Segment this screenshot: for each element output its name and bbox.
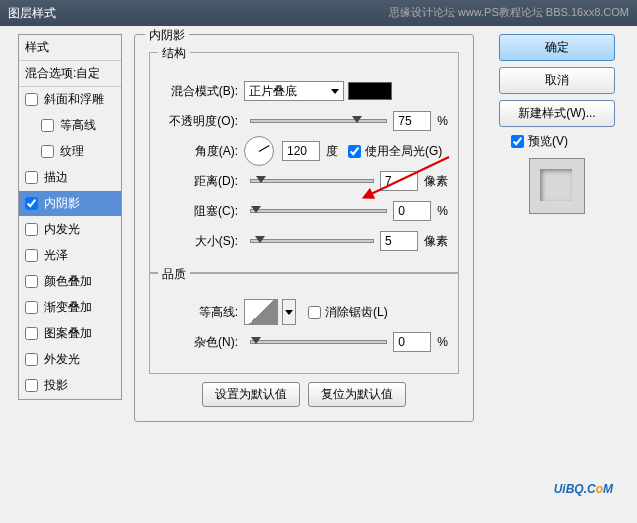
style-label: 投影 bbox=[44, 377, 68, 394]
blending-options[interactable]: 混合选项:自定 bbox=[19, 61, 121, 87]
choke-label: 阻塞(C): bbox=[160, 203, 244, 220]
opacity-input[interactable] bbox=[393, 111, 431, 131]
style-checkbox[interactable] bbox=[25, 379, 38, 392]
shadow-color-swatch[interactable] bbox=[348, 82, 392, 100]
contour-row: 等高线: 消除锯齿(L) bbox=[160, 301, 448, 323]
style-label: 内阴影 bbox=[44, 195, 80, 212]
style-item-1[interactable]: 等高线 bbox=[19, 113, 121, 139]
structure-group: 结构 混合模式(B): 正片叠底 不透明度(O): % bbox=[149, 52, 459, 273]
distance-unit: 像素 bbox=[424, 173, 448, 190]
contour-dropdown[interactable] bbox=[282, 299, 296, 325]
distance-label: 距离(D): bbox=[160, 173, 244, 190]
global-light-label: 使用全局光(G) bbox=[365, 143, 442, 160]
style-checkbox[interactable] bbox=[25, 197, 38, 210]
style-item-9[interactable]: 图案叠加 bbox=[19, 321, 121, 347]
cancel-button[interactable]: 取消 bbox=[499, 67, 615, 94]
angle-row: 角度(A): 度 使用全局光(G) bbox=[160, 140, 448, 162]
angle-dial[interactable] bbox=[244, 136, 274, 166]
style-label: 颜色叠加 bbox=[44, 273, 92, 290]
styles-list: 样式 混合选项:自定 斜面和浮雕等高线纹理描边内阴影内发光光泽颜色叠加渐变叠加图… bbox=[18, 34, 122, 400]
opacity-unit: % bbox=[437, 114, 448, 128]
choke-slider[interactable] bbox=[250, 209, 387, 213]
preview-swatch bbox=[529, 158, 585, 214]
style-checkbox[interactable] bbox=[25, 171, 38, 184]
style-checkbox[interactable] bbox=[25, 353, 38, 366]
style-checkbox[interactable] bbox=[41, 145, 54, 158]
choke-input[interactable] bbox=[393, 201, 431, 221]
noise-slider[interactable] bbox=[250, 340, 387, 344]
style-checkbox[interactable] bbox=[25, 327, 38, 340]
titlebar: 图层样式 思缘设计论坛 www.PS教程论坛 BBS.16xx8.COM bbox=[0, 0, 637, 26]
noise-row: 杂色(N): % bbox=[160, 331, 448, 353]
structure-title: 结构 bbox=[158, 45, 190, 62]
titlebar-credits: 思缘设计论坛 www.PS教程论坛 BBS.16xx8.COM bbox=[389, 5, 629, 20]
style-checkbox[interactable] bbox=[25, 249, 38, 262]
style-item-10[interactable]: 外发光 bbox=[19, 347, 121, 373]
antialias-label: 消除锯齿(L) bbox=[325, 304, 388, 321]
style-label: 描边 bbox=[44, 169, 68, 186]
blend-mode-label: 混合模式(B): bbox=[160, 83, 244, 100]
style-checkbox[interactable] bbox=[41, 119, 54, 132]
distance-slider[interactable] bbox=[250, 179, 374, 183]
preview-row: 预览(V) bbox=[511, 133, 619, 150]
style-label: 内发光 bbox=[44, 221, 80, 238]
quality-group: 品质 等高线: 消除锯齿(L) 杂色(N): % bbox=[149, 273, 459, 374]
style-checkbox[interactable] bbox=[25, 93, 38, 106]
angle-label: 角度(A): bbox=[160, 143, 244, 160]
style-label: 纹理 bbox=[60, 143, 84, 160]
style-item-4[interactable]: 内阴影 bbox=[19, 191, 121, 217]
chevron-down-icon bbox=[331, 89, 339, 94]
style-checkbox[interactable] bbox=[25, 275, 38, 288]
watermark: UiBQ.CoM bbox=[554, 473, 613, 499]
center-panel: 内阴影 结构 混合模式(B): 正片叠底 不透明度(O): bbox=[134, 34, 474, 430]
distance-row: 距离(D): 像素 bbox=[160, 170, 448, 192]
size-label: 大小(S): bbox=[160, 233, 244, 250]
window-title: 图层样式 bbox=[8, 6, 56, 20]
style-item-8[interactable]: 渐变叠加 bbox=[19, 295, 121, 321]
preview-label: 预览(V) bbox=[528, 133, 568, 150]
global-light-checkbox[interactable] bbox=[348, 145, 361, 158]
layer-style-dialog: 图层样式 思缘设计论坛 www.PS教程论坛 BBS.16xx8.COM 样式 … bbox=[0, 0, 637, 523]
style-item-2[interactable]: 纹理 bbox=[19, 139, 121, 165]
opacity-row: 不透明度(O): % bbox=[160, 110, 448, 132]
blend-mode-value: 正片叠底 bbox=[249, 83, 297, 100]
right-panel: 确定 取消 新建样式(W)... 预览(V) bbox=[499, 34, 619, 214]
make-default-button[interactable]: 设置为默认值 bbox=[202, 382, 300, 407]
style-item-6[interactable]: 光泽 bbox=[19, 243, 121, 269]
style-item-5[interactable]: 内发光 bbox=[19, 217, 121, 243]
antialias-checkbox[interactable] bbox=[308, 306, 321, 319]
choke-row: 阻塞(C): % bbox=[160, 200, 448, 222]
quality-title: 品质 bbox=[158, 266, 190, 283]
style-label: 渐变叠加 bbox=[44, 299, 92, 316]
angle-input[interactable] bbox=[282, 141, 320, 161]
blend-mode-dropdown[interactable]: 正片叠底 bbox=[244, 81, 344, 101]
noise-input[interactable] bbox=[393, 332, 431, 352]
opacity-label: 不透明度(O): bbox=[160, 113, 244, 130]
opacity-slider[interactable] bbox=[250, 119, 387, 123]
style-label: 光泽 bbox=[44, 247, 68, 264]
ok-button[interactable]: 确定 bbox=[499, 34, 615, 61]
style-label: 等高线 bbox=[60, 117, 96, 134]
noise-unit: % bbox=[437, 335, 448, 349]
style-item-3[interactable]: 描边 bbox=[19, 165, 121, 191]
style-item-0[interactable]: 斜面和浮雕 bbox=[19, 87, 121, 113]
styles-header[interactable]: 样式 bbox=[19, 35, 121, 61]
distance-input[interactable] bbox=[380, 171, 418, 191]
style-item-11[interactable]: 投影 bbox=[19, 373, 121, 399]
reset-default-button[interactable]: 复位为默认值 bbox=[308, 382, 406, 407]
style-checkbox[interactable] bbox=[25, 223, 38, 236]
panel-title: 内阴影 bbox=[145, 27, 189, 44]
style-item-7[interactable]: 颜色叠加 bbox=[19, 269, 121, 295]
style-label: 外发光 bbox=[44, 351, 80, 368]
new-style-button[interactable]: 新建样式(W)... bbox=[499, 100, 615, 127]
contour-swatch[interactable] bbox=[244, 299, 278, 325]
size-unit: 像素 bbox=[424, 233, 448, 250]
contour-label: 等高线: bbox=[160, 304, 244, 321]
size-input[interactable] bbox=[380, 231, 418, 251]
blend-mode-row: 混合模式(B): 正片叠底 bbox=[160, 80, 448, 102]
size-slider[interactable] bbox=[250, 239, 374, 243]
noise-label: 杂色(N): bbox=[160, 334, 244, 351]
style-label: 斜面和浮雕 bbox=[44, 91, 104, 108]
preview-checkbox[interactable] bbox=[511, 135, 524, 148]
style-checkbox[interactable] bbox=[25, 301, 38, 314]
